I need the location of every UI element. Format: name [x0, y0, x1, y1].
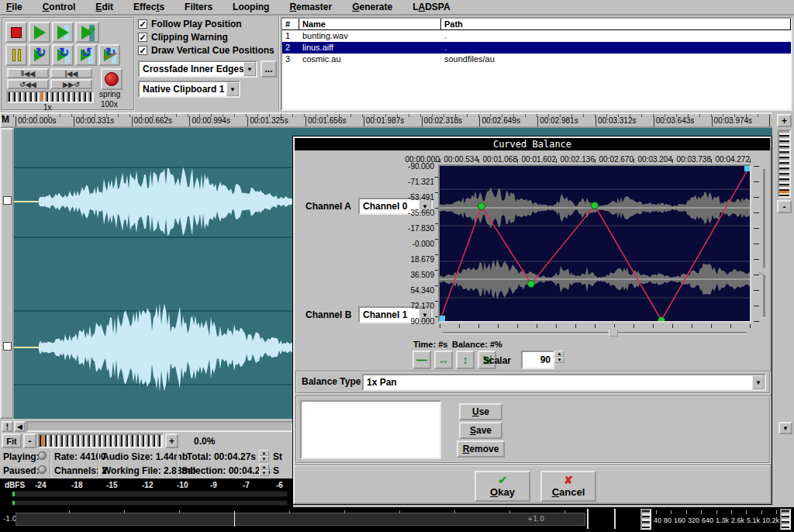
record-button[interactable]: [101, 68, 123, 90]
remove-button[interactable]: Remove: [457, 440, 505, 458]
analyzer-left-slider[interactable]: [640, 509, 651, 530]
checkbox-follow-play-position[interactable]: ✓Follow Play Position: [138, 19, 242, 29]
frequency-tick: 40: [654, 516, 661, 524]
stop-button[interactable]: [5, 22, 27, 43]
checkbox-clipping-warning[interactable]: ✓Clipping Warning: [138, 32, 228, 43]
graph-y-tick: 72.170: [402, 302, 434, 310]
scroll-left-button[interactable]: ◀: [14, 421, 26, 432]
graph-y-tick: -71.321: [402, 178, 434, 186]
file-row-linus.aiff[interactable]: 2linus.aiff.: [282, 42, 791, 54]
graph-vertical-slider-thumb[interactable]: [758, 267, 766, 276]
loop-play-button-2[interactable]: ↻: [52, 44, 74, 66]
balance-type-select[interactable]: 1x Pan ▼: [362, 374, 766, 391]
scalar-spinner[interactable]: 90 ▲▼: [521, 351, 564, 369]
total-spinner[interactable]: ▲▼: [259, 450, 269, 462]
channel-1-select-checkbox[interactable]: [3, 196, 12, 205]
checkbox-icon[interactable]: ✓: [138, 33, 147, 42]
graph-vertical-slider[interactable]: [763, 169, 765, 318]
balance-curve-graph[interactable]: [438, 164, 751, 323]
paused-label: Paused:: [3, 465, 40, 476]
flatten-curve-button[interactable]: —: [413, 351, 431, 369]
frequency-tick: 80: [664, 516, 671, 524]
play-icon: [34, 26, 46, 40]
file-row-bunting.wav[interactable]: 1bunting.wav.: [282, 30, 791, 42]
loop-play-button-1[interactable]: ↻: [29, 44, 50, 66]
transport-panel: ➜ ↻ ↻ ↺ ↻ ‖◀◀|◀◀↺◀◀▶▶↺: [2, 17, 135, 111]
jump-back-button[interactable]: ↺◀◀: [7, 79, 49, 89]
spring-label: spring: [99, 90, 120, 98]
play-button[interactable]: [29, 22, 50, 43]
ruler-tick: 00:02.981s: [537, 116, 578, 127]
scalar-label: Scalar: [483, 355, 511, 366]
vertical-zoom-out-button[interactable]: -: [777, 200, 792, 213]
selection-spinner[interactable]: ▲▼: [259, 464, 269, 476]
cancel-button[interactable]: ✘ Cancel: [540, 471, 596, 502]
menu-item-edit[interactable]: Edit: [95, 2, 113, 12]
vertical-zoom-in-button[interactable]: +: [777, 114, 792, 127]
clipboard-select[interactable]: Native Clipboard 1 ▼: [138, 81, 240, 98]
menu-item-generate[interactable]: Generate: [352, 2, 392, 12]
chevron-down-icon[interactable]: ▼: [752, 375, 765, 389]
time-ruler[interactable]: 00:00.000s00:00.331s00:00.662s00:00.994s…: [0, 112, 794, 128]
menu-item-effects[interactable]: Effects: [133, 2, 164, 12]
menu-item-remaster[interactable]: Remaster: [289, 2, 332, 12]
graph-x-tick: 00:01.068: [482, 155, 517, 164]
level-meter-left: [11, 490, 288, 498]
zoom-slider[interactable]: [38, 434, 164, 448]
jump-forward-button[interactable]: ▶▶↺: [50, 79, 92, 89]
alert-button[interactable]: !: [2, 421, 13, 432]
graph-horizontal-slider-thumb[interactable]: [609, 326, 618, 337]
stretch-horizontal-button[interactable]: ↔: [434, 351, 453, 369]
preset-listbox[interactable]: [300, 400, 441, 459]
scalar-down-icon[interactable]: ▼: [554, 357, 564, 363]
save-button[interactable]: Save: [459, 422, 502, 439]
graph-horizontal-slider[interactable]: [443, 332, 747, 334]
pause-button[interactable]: [5, 44, 27, 66]
okay-button[interactable]: ✔ Okay: [475, 471, 530, 502]
menu-item-control[interactable]: Control: [43, 2, 76, 12]
crossfade-select[interactable]: Crossfade Inner Edges ▼: [138, 60, 257, 78]
menu-item-looping[interactable]: Looping: [233, 2, 269, 12]
graph-x-tick: 00:00.534: [443, 155, 478, 164]
use-button[interactable]: Use: [459, 403, 502, 420]
scroll-down-button[interactable]: ▼: [778, 422, 792, 434]
dialog-title[interactable]: Curved Balance: [295, 138, 770, 150]
skip-to-start-button[interactable]: |◀◀: [50, 68, 92, 78]
play-from-cursor-button[interactable]: ➜: [75, 22, 99, 43]
record-icon: [105, 72, 119, 86]
graph-x-tick: 00:02.136: [559, 155, 595, 164]
frequency-tick: 640: [702, 516, 713, 524]
balance-type-label: Balance Type: [302, 376, 361, 387]
chevron-down-icon[interactable]: ▼: [226, 82, 239, 96]
menu-item-file[interactable]: File: [6, 2, 22, 12]
scalar-value[interactable]: 90: [521, 351, 554, 369]
checkbox-icon[interactable]: ✓: [138, 46, 147, 55]
shuttle-slider[interactable]: [7, 91, 94, 103]
horizontal-scrollbar[interactable]: [26, 421, 293, 432]
channel-2-select-checkbox[interactable]: [3, 342, 12, 351]
position-bar[interactable]: [16, 513, 585, 526]
play-selection-button[interactable]: [52, 22, 74, 43]
crossfade-more-button[interactable]: ...: [261, 60, 277, 78]
chevron-down-icon[interactable]: ▼: [243, 62, 256, 76]
skip-back-pause-button[interactable]: ‖◀◀: [7, 68, 49, 78]
checkbox-draw-vertical-cue-positions[interactable]: ✓Draw Vertical Cue Positions: [138, 45, 274, 56]
checkbox-icon[interactable]: ✓: [138, 19, 147, 29]
file-row-cosmic.au[interactable]: 3cosmic.ausoundfiles/au: [282, 54, 791, 65]
menu-item-ladspa[interactable]: LADSPA: [413, 2, 450, 12]
scalar-up-icon[interactable]: ▲: [554, 351, 564, 357]
speed-label: 100x: [101, 100, 118, 109]
stretch-vertical-button[interactable]: ↕: [456, 351, 475, 369]
frequency-tick: 5.1k: [747, 516, 760, 524]
analyzer-right-slider[interactable]: [780, 509, 791, 530]
ruler-mode-label[interactable]: M: [2, 114, 13, 126]
zoom-in-button[interactable]: +: [165, 434, 178, 448]
graph-y-tick: -53.491: [402, 193, 434, 202]
ruler-tick: 00:01.656s: [306, 116, 347, 127]
menu-item-filters[interactable]: Filters: [185, 2, 212, 12]
fit-button[interactable]: Fit: [2, 434, 22, 448]
zoom-out-button[interactable]: -: [23, 434, 36, 448]
loop-play-button-4[interactable]: ↻: [98, 44, 120, 66]
vertical-zoom-slider[interactable]: [778, 130, 791, 198]
loop-play-button-3[interactable]: ↺: [75, 44, 97, 66]
